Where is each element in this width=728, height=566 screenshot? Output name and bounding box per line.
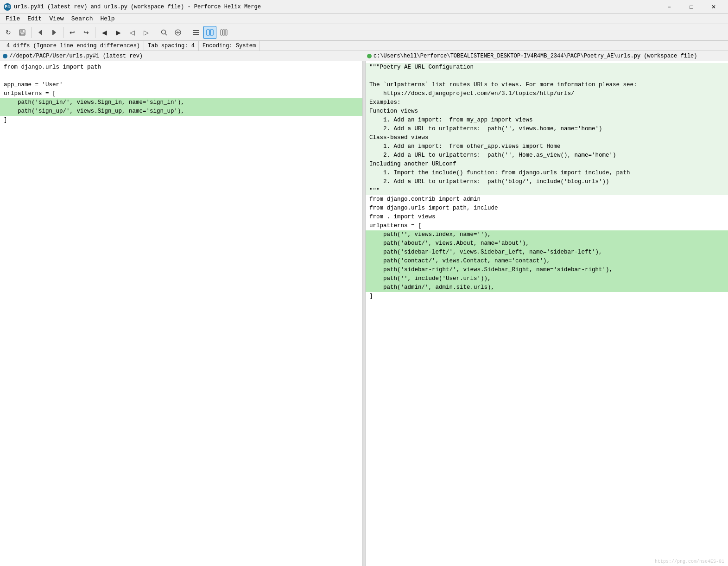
svg-rect-13 — [193, 32, 199, 33]
prev-change-button[interactable]: ◁ — [126, 26, 139, 39]
menu-edit[interactable]: Edit — [24, 14, 45, 23]
left-file-path-text: //depot/PACP/User/urls.py#1 (latest rev) — [9, 53, 143, 59]
left-line-4: path('sign_in/', views.Sign_in, name='si… — [0, 98, 362, 107]
filter-button[interactable] — [171, 26, 184, 39]
maximize-button[interactable]: □ — [681, 0, 702, 14]
svg-rect-16 — [210, 30, 213, 35]
tab-spacing-status: Tab spacing: 4 — [144, 41, 199, 51]
right-file-icon — [367, 54, 372, 58]
left-line-1 — [0, 72, 362, 81]
app-icon: P4 — [4, 3, 11, 11]
right-line-22: path('contact/', views.Contact, name='co… — [366, 257, 728, 266]
separator-4 — [155, 27, 155, 38]
right-line-18: urlpatterns = [ — [366, 222, 728, 230]
save-button[interactable] — [16, 26, 29, 39]
right-line-24: path('', include('User.urls')), — [366, 274, 728, 283]
svg-rect-18 — [223, 30, 225, 35]
title-bar: P4 urls.py#1 (latest rev) and urls.py (w… — [0, 0, 728, 14]
svg-line-8 — [165, 33, 167, 35]
diff-area: from django.urls import pathapp_name = '… — [0, 61, 728, 566]
svg-marker-3 — [38, 30, 41, 35]
left-diff-pane[interactable]: from django.urls import pathapp_name = '… — [0, 61, 363, 566]
status-bar: 4 diffs (Ignore line ending differences)… — [0, 41, 728, 51]
left-line-0: from django.urls import path — [0, 63, 362, 72]
search-button[interactable] — [158, 26, 171, 39]
right-line-9: 1. Add an import: from other_app.views i… — [366, 142, 728, 151]
left-file-path: //depot/PACP/User/urls.py#1 (latest rev) — [0, 51, 364, 61]
next-diff-button[interactable]: ▶ — [112, 26, 125, 39]
encoding-status: Encoding: System — [199, 41, 260, 51]
menu-help[interactable]: Help — [96, 14, 118, 23]
right-file-path: c:\Users\hell\Perforce\TOBEALISTENER_DES… — [364, 51, 728, 61]
right-line-2: The `urlpatterns` list routes URLs to vi… — [366, 81, 728, 89]
right-line-13: 2. Add a URL to urlpatterns: path('blog/… — [366, 178, 728, 186]
undo-button[interactable]: ↩ — [66, 26, 79, 39]
minimize-button[interactable]: − — [658, 0, 680, 14]
left-file-icon — [3, 54, 7, 58]
take-right-button[interactable] — [48, 26, 61, 39]
left-line-3: urlpatterns = [ — [0, 89, 362, 98]
right-line-1 — [366, 72, 728, 81]
take-left-button[interactable] — [34, 26, 47, 39]
svg-point-7 — [162, 30, 166, 34]
right-line-4: Examples: — [366, 98, 728, 107]
svg-rect-14 — [193, 34, 199, 35]
menu-search[interactable]: Search — [68, 14, 97, 23]
svg-rect-17 — [221, 30, 222, 35]
right-line-7: 2. Add a URL to urlpatterns: path('', vi… — [366, 125, 728, 134]
right-line-0: """Poetry AE URL Configuration — [366, 63, 728, 72]
right-line-26: ] — [366, 292, 728, 301]
svg-rect-15 — [207, 30, 209, 35]
menu-file[interactable]: File — [2, 14, 24, 23]
svg-rect-12 — [193, 30, 199, 31]
right-line-10: 2. Add a URL to urlpatterns: path('', Ho… — [366, 151, 728, 160]
right-line-5: Function views — [366, 107, 728, 116]
side-by-side-button[interactable] — [203, 26, 216, 39]
diffs-status: 4 diffs (Ignore line ending differences) — [3, 41, 144, 51]
right-line-20: path('about/', views.About, name='about'… — [366, 239, 728, 248]
svg-rect-1 — [20, 30, 23, 32]
right-line-15: from django.contrib import admin — [366, 195, 728, 204]
redo-button[interactable]: ↪ — [80, 26, 93, 39]
right-diff-pane[interactable]: """Poetry AE URL ConfigurationThe `urlpa… — [366, 61, 728, 566]
separator-2 — [63, 27, 63, 38]
right-file-path-text: c:\Users\hell\Perforce\TOBEALISTENER_DES… — [373, 53, 697, 59]
right-line-21: path('sidebar-left/', views.Sidebar_Left… — [366, 248, 728, 257]
right-line-16: from django.urls import path, include — [366, 204, 728, 213]
file-path-bar: //depot/PACP/User/urls.py#1 (latest rev)… — [0, 51, 728, 61]
right-line-14: """ — [366, 186, 728, 195]
right-line-6: 1. Add an import: from my_app import vie… — [366, 116, 728, 125]
right-line-19: path('', views.index, name=''), — [366, 230, 728, 239]
right-line-12: 1. Import the include() function: from d… — [366, 169, 728, 178]
right-line-17: from . import views — [366, 213, 728, 222]
refresh-button[interactable]: ↻ — [2, 26, 15, 39]
left-line-6: ] — [0, 116, 362, 125]
next-change-button[interactable]: ▷ — [139, 26, 152, 39]
right-line-25: path('admin/', admin.site.urls), — [366, 283, 728, 292]
separator-3 — [95, 27, 95, 38]
close-button[interactable]: ✕ — [703, 0, 724, 14]
right-line-8: Class-based views — [366, 134, 728, 142]
title-text: urls.py#1 (latest rev) and urls.py (work… — [14, 4, 261, 10]
right-line-23: path('sidebar-right/', views.Sidebar_Rig… — [366, 266, 728, 274]
watermark: https://png.com/nse4ES-01 — [655, 559, 724, 564]
separator-5 — [187, 27, 187, 38]
right-line-11: Including another URLconf — [366, 160, 728, 169]
svg-rect-19 — [225, 30, 227, 35]
svg-rect-2 — [20, 33, 24, 35]
left-line-5: path('sign_up/', views.Sign_up, name='si… — [0, 107, 362, 116]
menu-view[interactable]: View — [45, 14, 67, 23]
svg-rect-6 — [52, 30, 53, 35]
right-lines: """Poetry AE URL ConfigurationThe `urlpa… — [366, 63, 728, 301]
merge-view-button[interactable] — [217, 26, 230, 39]
title-left: P4 urls.py#1 (latest rev) and urls.py (w… — [4, 3, 261, 11]
left-line-2: app_name = 'User' — [0, 81, 362, 89]
separator-1 — [31, 27, 32, 38]
window-controls: − □ ✕ — [658, 0, 724, 14]
toolbar: ↻ ↩ ↪ ◀ ▶ ◁ ▷ — [0, 24, 728, 41]
svg-marker-5 — [53, 30, 56, 35]
prev-diff-button[interactable]: ◀ — [98, 26, 111, 39]
list-view-button[interactable] — [190, 26, 203, 39]
menu-bar: File Edit View Search Help — [0, 14, 728, 24]
right-line-3: https://docs.djangoproject.com/en/3.1/to… — [366, 89, 728, 98]
